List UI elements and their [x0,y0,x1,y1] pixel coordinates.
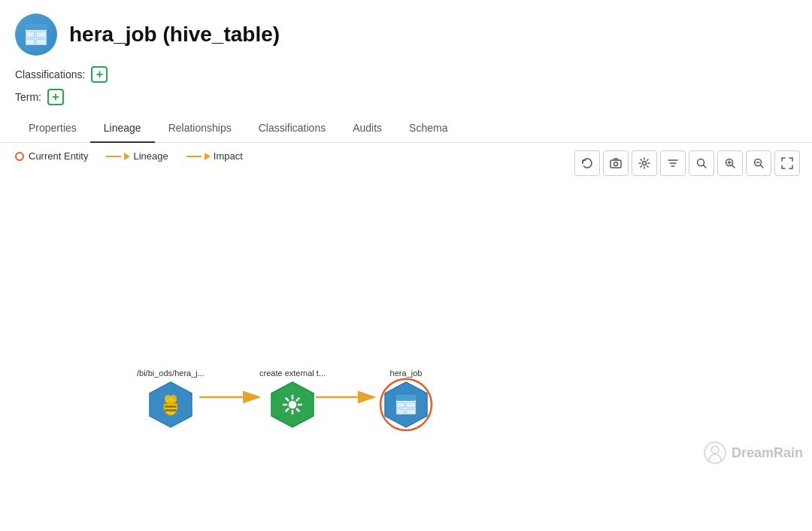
legend-lineage: Lineage [106,150,168,162]
entity-icon [15,14,57,56]
svg-line-19 [761,165,764,168]
svg-rect-37 [396,395,416,401]
impact-arrow-line [186,156,201,157]
svg-rect-40 [396,409,404,414]
page-title: hera_job (hive_table) [69,23,280,47]
svg-rect-5 [36,39,47,45]
node-2-label: create external t... [259,369,326,378]
svg-point-8 [643,162,647,165]
settings-button[interactable] [632,150,657,176]
tab-lineage[interactable]: Lineage [90,114,155,143]
svg-rect-27 [165,405,177,408]
fullscreen-button[interactable] [774,150,800,176]
search-button[interactable] [689,150,714,176]
svg-rect-28 [165,409,177,411]
current-entity-label: Current Entity [29,150,88,162]
lineage-toolbar [574,150,800,176]
impact-arrow-head [205,153,211,160]
lineage-content: Current Entity Lineage Impact [0,143,812,474]
add-classification-button[interactable]: + [91,66,108,83]
watermark: DreamRain [703,441,803,465]
classifications-label: Classifications: [15,68,85,80]
zoom-out-button[interactable] [746,150,771,176]
lineage-area: Current Entity Lineage Impact [0,143,812,474]
svg-point-43 [711,446,719,454]
zoom-in-button[interactable] [717,150,743,176]
impact-label: Impact [214,150,243,162]
svg-rect-2 [26,32,35,38]
svg-rect-3 [36,32,47,38]
current-entity-dot [15,152,24,161]
lineage-node-2[interactable]: create external t... [259,369,326,429]
lineage-node-1[interactable]: /bi/bi_ods/hera_j... [137,369,205,429]
svg-rect-41 [406,409,416,414]
lineage-label: Lineage [133,150,168,162]
term-row: Term: + [0,86,812,108]
tab-properties[interactable]: Properties [15,114,90,143]
svg-rect-1 [26,24,47,30]
tab-schema[interactable]: Schema [395,114,461,143]
legend-impact: Impact [186,150,243,162]
legend-current-entity: Current Entity [15,150,88,162]
tab-relationships[interactable]: Relationships [155,114,245,143]
tab-bar: Properties Lineage Relationships Classif… [0,114,812,143]
svg-point-42 [704,442,726,463]
add-term-button[interactable]: + [47,89,64,105]
lineage-arrow-line [106,156,121,157]
svg-rect-4 [26,39,35,45]
lineage-node-3[interactable]: hera_job [382,369,430,429]
watermark-text: DreamRain [732,445,803,461]
svg-line-13 [704,165,707,168]
term-label: Term: [15,91,41,103]
tab-classifications[interactable]: Classifications [245,114,339,143]
svg-line-15 [732,165,735,168]
svg-rect-39 [406,402,416,408]
svg-rect-38 [396,402,404,408]
svg-point-7 [614,162,618,166]
node-3-label: hera_job [390,369,423,378]
classifications-row: Classifications: + [0,63,812,86]
lineage-arrow-head [124,153,130,160]
tab-audits[interactable]: Audits [339,114,395,143]
svg-rect-6 [611,160,621,168]
reset-button[interactable] [574,150,600,176]
node-1-label: /bi/bi_ods/hera_j... [137,369,205,378]
screenshot-button[interactable] [603,150,629,176]
page-header: hera_job (hive_table) [0,0,812,63]
filter-button[interactable] [660,150,686,176]
